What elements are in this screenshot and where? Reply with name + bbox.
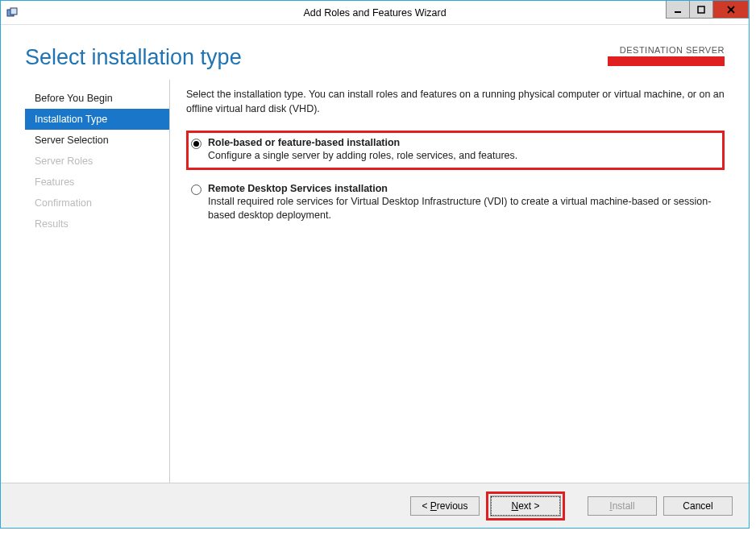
destination-server-label: DESTINATION SERVER [608, 45, 725, 55]
option-title: Remote Desktop Services installation [208, 183, 720, 194]
close-button[interactable] [712, 1, 749, 19]
nav-item-server-selection[interactable]: Server Selection [25, 130, 169, 151]
nav-item-results: Results [25, 214, 169, 234]
option-text: Remote Desktop Services installationInst… [208, 183, 720, 223]
app-icon [6, 6, 19, 19]
install-button: Install [588, 496, 657, 516]
svg-rect-1 [10, 8, 17, 15]
minimize-button[interactable] [666, 1, 690, 19]
nav-item-installation-type[interactable]: Installation Type [25, 109, 169, 130]
header-region: Select installation type DESTINATION SER… [1, 25, 749, 80]
destination-server-block: DESTINATION SERVER [608, 45, 725, 66]
wizard-nav-sidebar: Before You BeginInstallation TypeServer … [25, 80, 170, 483]
titlebar[interactable]: Add Roles and Features Wizard [1, 1, 749, 25]
next-button[interactable]: Next > [491, 496, 560, 516]
install-option-1[interactable]: Remote Desktop Services installationInst… [186, 176, 725, 230]
radio-button[interactable] [191, 185, 201, 195]
option-description: Configure a single server by adding role… [208, 149, 720, 164]
main-body: Before You BeginInstallation TypeServer … [1, 80, 749, 483]
svg-rect-2 [675, 11, 681, 13]
maximize-button[interactable] [689, 1, 713, 19]
nav-item-confirmation: Confirmation [25, 193, 169, 214]
install-option-0[interactable]: Role-based or feature-based installation… [186, 131, 725, 170]
cancel-button[interactable]: Cancel [663, 496, 733, 516]
window-title: Add Roles and Features Wizard [303, 7, 446, 19]
next-button-highlight: Next > [486, 491, 565, 520]
nav-item-features: Features [25, 172, 169, 193]
nav-item-server-roles: Server Roles [25, 151, 169, 172]
page-title: Select installation type [25, 45, 242, 70]
option-description: Install required role services for Virtu… [208, 195, 720, 223]
option-title: Role-based or feature-based installation [208, 137, 720, 148]
intro-text: Select the installation type. You can in… [186, 88, 725, 116]
svg-rect-3 [698, 6, 704, 13]
wizard-footer: < Previous Next > Install Cancel [1, 483, 749, 528]
nav-item-before-you-begin[interactable]: Before You Begin [25, 88, 169, 109]
window-controls [667, 1, 749, 19]
wizard-window: Add Roles and Features Wizard Select ins… [0, 0, 750, 529]
radio-button[interactable] [191, 139, 201, 149]
main-panel: Select the installation type. You can in… [170, 80, 725, 483]
content-area: Select installation type DESTINATION SER… [1, 25, 749, 528]
option-text: Role-based or feature-based installation… [208, 137, 720, 164]
destination-server-name-redacted [608, 56, 725, 66]
previous-button[interactable]: < Previous [410, 496, 480, 516]
